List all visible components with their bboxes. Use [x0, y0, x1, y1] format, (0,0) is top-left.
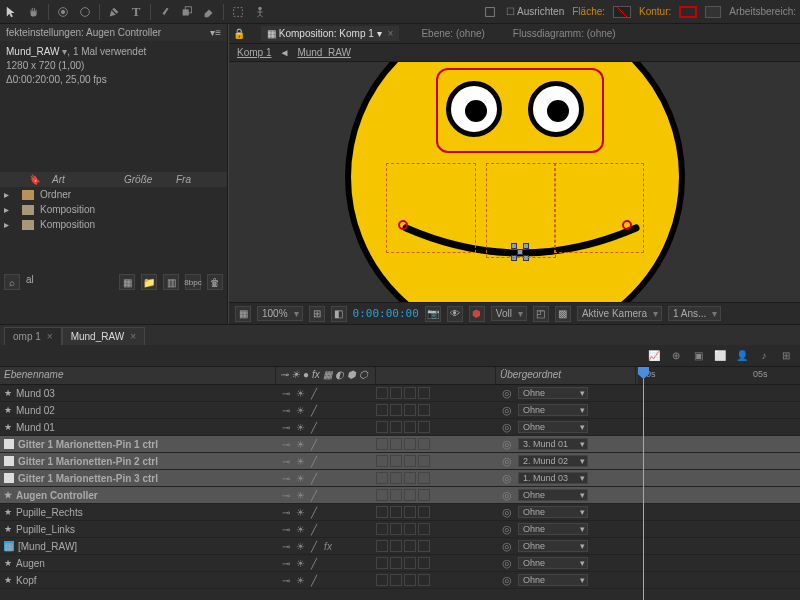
close-icon[interactable]: × [47, 331, 53, 342]
layer-row[interactable]: ★Augen Controller ⊸☀╱ ◎Ohne [0, 487, 800, 504]
viewer-tab[interactable]: ▦ Komposition: Komp 1 ▾ × [261, 26, 399, 41]
layer-row[interactable]: ★Mund 01 ⊸☀╱ ◎Ohne [0, 419, 800, 436]
eraser-tool-icon[interactable] [201, 4, 217, 20]
parent-dropdown[interactable]: Ohne [518, 404, 588, 416]
pickwhip-icon[interactable]: ◎ [502, 387, 514, 399]
parent-dropdown[interactable]: Ohne [518, 387, 588, 399]
close-icon[interactable]: × [388, 28, 394, 39]
hand-tool-icon[interactable] [26, 4, 42, 20]
parent-dropdown[interactable]: Ohne [518, 540, 588, 552]
motion-blur-icon[interactable]: ⊕ [668, 348, 684, 364]
panel-menu-icon[interactable]: ▾≡ [210, 27, 221, 38]
layer-row[interactable]: ▦[Mund_RAW] ⊸☀╱fx ◎Ohne [0, 538, 800, 555]
pickwhip-icon[interactable]: ◎ [502, 438, 514, 450]
parent-dropdown[interactable]: Ohne [518, 489, 588, 501]
layer-row[interactable]: ★Pupille_Rechts ⊸☀╱ ◎Ohne [0, 504, 800, 521]
channel-icon[interactable]: ⬢ [469, 306, 485, 322]
layer-row[interactable]: ★Mund 02 ⊸☀╱ ◎Ohne [0, 402, 800, 419]
graph-editor-icon[interactable]: 📈 [646, 348, 662, 364]
expand-icon[interactable]: ⊞ [778, 348, 794, 364]
parent-dropdown[interactable]: 3. Mund 01 [518, 438, 588, 450]
orbit-tool-icon[interactable] [55, 4, 71, 20]
breadcrumb-item[interactable]: Mund_RAW [297, 47, 351, 58]
zoom-dropdown[interactable]: 100% [257, 306, 303, 321]
rotate-tool-icon[interactable] [77, 4, 93, 20]
3d-icon[interactable]: ⬜ [712, 348, 728, 364]
col-parent[interactable]: Übergeordnet [496, 367, 636, 384]
time-ruler[interactable]: 0s 05s [638, 367, 800, 385]
snapshot-icon[interactable]: 📷 [425, 306, 441, 322]
layer-row[interactable]: ★Kopf ⊸☀╱ ◎Ohne [0, 572, 800, 589]
pickwhip-icon[interactable]: ◎ [502, 557, 514, 569]
grid-icon[interactable]: ▦ [235, 306, 251, 322]
parent-dropdown[interactable]: Ohne [518, 557, 588, 569]
pickwhip-icon[interactable]: ◎ [502, 523, 514, 535]
parent-dropdown[interactable]: Ohne [518, 574, 588, 586]
col-layer-name[interactable]: Ebenenname [0, 367, 276, 384]
pen-tool-icon[interactable] [106, 4, 122, 20]
viewer-tab[interactable]: Flussdiagramm: (ohne) [507, 26, 622, 41]
viewer-tab[interactable]: Ebene: (ohne) [415, 26, 490, 41]
col-size[interactable]: Größe [124, 174, 164, 185]
clone-tool-icon[interactable] [179, 4, 195, 20]
fill-swatch[interactable] [613, 6, 631, 18]
layer-row[interactable]: Gitter 1 Marionetten-Pin 2 ctrl ⊸☀╱ ◎2. … [0, 453, 800, 470]
layer-row[interactable]: Gitter 1 Marionetten-Pin 3 ctrl ⊸☀╱ ◎1. … [0, 470, 800, 487]
layer-row[interactable]: ★Pupille_Links ⊸☀╱ ◎Ohne [0, 521, 800, 538]
layer-row[interactable]: ★Augen ⊸☀╱ ◎Ohne [0, 555, 800, 572]
pickwhip-icon[interactable]: ◎ [502, 404, 514, 416]
new-folder-icon[interactable]: 📁 [141, 274, 157, 290]
new-comp-icon[interactable]: ▥ [163, 274, 179, 290]
resolution-dropdown[interactable]: Voll [491, 306, 527, 321]
show-snapshot-icon[interactable]: 👁 [447, 306, 463, 322]
workspace-icon[interactable] [705, 6, 721, 18]
timeline-tab[interactable]: Mund_RAW × [62, 327, 145, 345]
interpret-icon[interactable]: ▦ [119, 274, 135, 290]
parent-dropdown[interactable]: 2. Mund 02 [518, 455, 588, 467]
project-item[interactable]: ▸Komposition [0, 202, 227, 217]
pickwhip-icon[interactable]: ◎ [502, 472, 514, 484]
shy-icon[interactable]: 👤 [734, 348, 750, 364]
parent-dropdown[interactable]: Ohne [518, 421, 588, 433]
parent-dropdown[interactable]: 1. Mund 03 [518, 472, 588, 484]
trash-icon[interactable]: 🗑 [207, 274, 223, 290]
pickwhip-icon[interactable]: ◎ [502, 506, 514, 518]
project-item[interactable]: ▸Komposition [0, 217, 227, 232]
text-tool-icon[interactable]: T [128, 4, 144, 20]
parent-dropdown[interactable]: Ohne [518, 506, 588, 518]
layer-row[interactable]: ★Mund 03 ⊸☀╱ ◎Ohne [0, 385, 800, 402]
search-icon[interactable]: ⌕ [4, 274, 20, 290]
pickwhip-icon[interactable]: ◎ [502, 574, 514, 586]
parent-dropdown[interactable]: Ohne [518, 523, 588, 535]
bpc-icon[interactable]: 8bpc [185, 274, 201, 290]
timeline-tab[interactable]: omp 1 × [4, 327, 62, 345]
roto-tool-icon[interactable] [230, 4, 246, 20]
stroke-swatch[interactable] [679, 6, 697, 18]
transparency-icon[interactable]: ▩ [555, 306, 571, 322]
mask-icon[interactable]: ◧ [331, 306, 347, 322]
camera-dropdown[interactable]: Aktive Kamera [577, 306, 662, 321]
col-framerate[interactable]: Fra [176, 174, 191, 185]
pickwhip-icon[interactable]: ◎ [502, 489, 514, 501]
col-type[interactable]: Art [52, 174, 112, 185]
lock-icon[interactable]: 🔒 [233, 28, 245, 39]
audio-icon[interactable]: ♪ [756, 348, 772, 364]
project-item[interactable]: ▸Ordner [0, 187, 227, 202]
views-dropdown[interactable]: 1 Ans... [668, 306, 721, 321]
selection-tool-icon[interactable] [4, 4, 20, 20]
align-checkbox-label[interactable]: ☐ Ausrichten [506, 6, 564, 17]
pickwhip-icon[interactable]: ◎ [502, 455, 514, 467]
brush-tool-icon[interactable] [157, 4, 173, 20]
close-icon[interactable]: × [130, 331, 136, 342]
breadcrumb-item[interactable]: Komp 1 [237, 47, 271, 58]
layer-row[interactable]: Gitter 1 Marionetten-Pin 1 ctrl ⊸☀╱ ◎3. … [0, 436, 800, 453]
resolution-icon[interactable]: ⊞ [309, 306, 325, 322]
current-time[interactable]: 0:00:00:00 [353, 307, 419, 320]
pickwhip-icon[interactable]: ◎ [502, 540, 514, 552]
region-icon[interactable]: ◰ [533, 306, 549, 322]
frame-blend-icon[interactable]: ▣ [690, 348, 706, 364]
puppet-tool-icon[interactable] [252, 4, 268, 20]
pickwhip-icon[interactable]: ◎ [502, 421, 514, 433]
snap-icon[interactable] [482, 4, 498, 20]
viewport[interactable] [229, 62, 800, 302]
